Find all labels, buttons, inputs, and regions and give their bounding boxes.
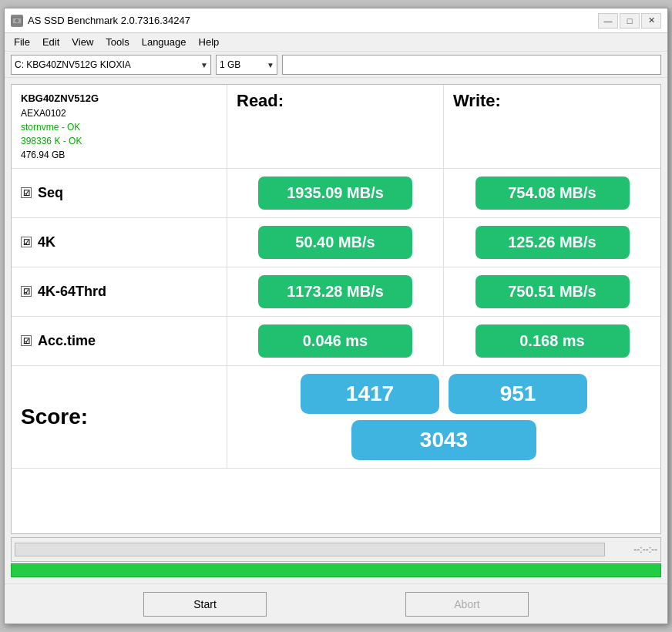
score-label: Score: xyxy=(12,366,227,468)
progress-bar-container xyxy=(15,543,605,556)
write-header: Write: xyxy=(444,85,660,168)
write-badge-acctime: 0.168 ms xyxy=(475,324,630,358)
read-badge-seq: 1935.09 MB/s xyxy=(258,176,412,210)
menu-view[interactable]: View xyxy=(66,35,99,49)
maximize-button[interactable]: □ xyxy=(620,13,640,29)
progress-time: --:--:-- xyxy=(611,544,657,555)
menu-tools[interactable]: Tools xyxy=(99,35,135,49)
drive-blocks: 398336 K - OK xyxy=(21,134,217,148)
size-select-wrapper: 1 GB ▼ xyxy=(216,55,277,75)
read-badge-acctime: 0.046 ms xyxy=(258,324,412,358)
bench-write-4k64: 750.51 MB/s xyxy=(444,267,660,316)
results-header: KBG40ZNV512G AEXA0102 stornvme - OK 3983… xyxy=(12,85,660,169)
bench-row-acctime: ☑ Acc.time 0.046 ms 0.168 ms xyxy=(12,317,660,366)
main-window: AS SSD Benchmark 2.0.7316.34247 — □ ✕ Fi… xyxy=(4,8,668,624)
drive-id: AEXA0102 xyxy=(21,106,217,120)
bench-write-acctime: 0.168 ms xyxy=(444,317,660,365)
score-row: Score: 1417 951 3043 xyxy=(12,366,660,469)
drive-select-wrapper: C: KBG40ZNV512G KIOXIA ▼ xyxy=(11,55,211,75)
progress-area: --:--:-- xyxy=(11,537,661,562)
bench-label-4k: ☑ 4K xyxy=(12,218,227,267)
bench-label-acctime: ☑ Acc.time xyxy=(12,317,227,365)
green-status-bar xyxy=(11,563,661,577)
minimize-button[interactable]: — xyxy=(598,13,618,29)
bench-read-seq: 1935.09 MB/s xyxy=(227,169,444,217)
score-read-badge: 1417 xyxy=(301,374,439,414)
bench-write-seq: 754.08 MB/s xyxy=(444,169,660,217)
toolbar: C: KBG40ZNV512G KIOXIA ▼ 1 GB ▼ xyxy=(5,52,667,78)
bench-row-seq: ☑ Seq 1935.09 MB/s 754.08 MB/s xyxy=(12,169,660,218)
write-badge-4k: 125.26 MB/s xyxy=(475,226,630,259)
score-values-area: 1417 951 3043 xyxy=(227,366,660,468)
drive-info: KBG40ZNV512G AEXA0102 stornvme - OK 3983… xyxy=(12,85,227,168)
main-content: KBG40ZNV512G AEXA0102 stornvme - OK 3983… xyxy=(5,78,667,583)
app-icon xyxy=(11,15,23,27)
drive-select[interactable]: C: KBG40ZNV512G KIOXIA xyxy=(11,55,211,75)
bench-read-4k64: 1173.28 MB/s xyxy=(227,267,444,316)
score-write-badge: 951 xyxy=(449,374,587,414)
menu-help[interactable]: Help xyxy=(193,35,226,49)
start-button[interactable]: Start xyxy=(143,592,267,617)
checkbox-acctime[interactable]: ☑ xyxy=(21,335,32,346)
menu-language[interactable]: Language xyxy=(136,35,193,49)
read-badge-4k64: 1173.28 MB/s xyxy=(258,275,412,308)
checkbox-seq[interactable]: ☑ xyxy=(21,187,32,198)
drive-driver: stornvme - OK xyxy=(21,120,217,134)
score-input[interactable] xyxy=(282,55,661,75)
read-badge-4k: 50.40 MB/s xyxy=(258,226,412,259)
abort-button[interactable]: Abort xyxy=(405,592,529,617)
score-row-values: 1417 951 xyxy=(235,374,653,414)
read-header: Read: xyxy=(227,85,444,168)
bench-read-4k: 50.40 MB/s xyxy=(227,218,444,267)
svg-point-3 xyxy=(16,20,18,22)
title-bar: AS SSD Benchmark 2.0.7316.34247 — □ ✕ xyxy=(5,8,667,33)
score-total-badge: 3043 xyxy=(351,420,536,460)
window-title: AS SSD Benchmark 2.0.7316.34247 xyxy=(28,15,598,26)
drive-model: KBG40ZNV512G xyxy=(21,91,217,106)
write-badge-seq: 754.08 MB/s xyxy=(475,176,630,210)
results-area: KBG40ZNV512G AEXA0102 stornvme - OK 3983… xyxy=(11,84,661,534)
window-controls: — □ ✕ xyxy=(598,13,661,29)
drive-capacity: 476.94 GB xyxy=(21,148,217,162)
close-button[interactable]: ✕ xyxy=(641,13,661,29)
checkbox-4k64[interactable]: ☑ xyxy=(21,286,32,297)
bench-row-4k: ☑ 4K 50.40 MB/s 125.26 MB/s xyxy=(12,218,660,267)
bench-label-4k64: ☑ 4K-64Thrd xyxy=(12,267,227,316)
bench-label-seq: ☑ Seq xyxy=(12,169,227,217)
menu-file[interactable]: File xyxy=(8,35,36,49)
menu-edit[interactable]: Edit xyxy=(36,35,66,49)
bottom-area: Start Abort xyxy=(5,583,667,624)
bench-write-4k: 125.26 MB/s xyxy=(444,218,660,267)
bench-row-4k64: ☑ 4K-64Thrd 1173.28 MB/s 750.51 MB/s xyxy=(12,267,660,317)
bench-read-acctime: 0.046 ms xyxy=(227,317,444,365)
size-select[interactable]: 1 GB xyxy=(216,55,277,75)
checkbox-4k[interactable]: ☑ xyxy=(21,237,32,247)
menu-bar: File Edit View Tools Language Help xyxy=(5,33,667,52)
write-badge-4k64: 750.51 MB/s xyxy=(475,275,630,308)
